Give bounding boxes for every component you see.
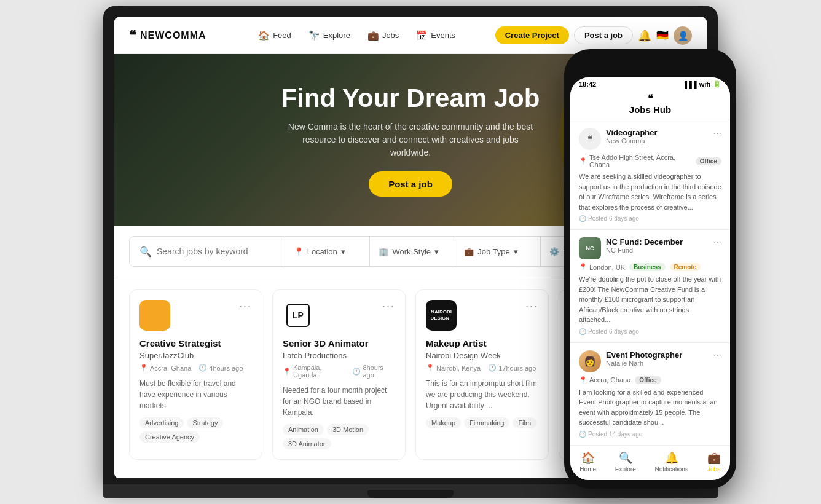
- job-meta: 📍Kampala, Uganda 🕐8hours ago: [283, 364, 395, 379]
- nav-jobs[interactable]: 💼 Jobs: [360, 26, 406, 45]
- job-type-chevron-icon: ▾: [514, 247, 518, 256]
- keyword-search-field[interactable]: 🔍: [130, 237, 285, 266]
- phone-company-name: Natalie Narh: [606, 360, 709, 367]
- phone-nav-label: Home: [579, 466, 596, 473]
- create-project-button[interactable]: Create Project: [495, 26, 569, 44]
- phone-nav-notifications[interactable]: 🔔 Notifications: [654, 451, 688, 473]
- logo[interactable]: ❝ NEWCOMMA: [129, 28, 206, 44]
- phone-job-description: We're doubling the pot to close off the …: [579, 274, 721, 325]
- job-type-filter[interactable]: 💼 Job Type ▾: [455, 237, 541, 266]
- phone-clock-icon: 🕐: [579, 328, 586, 335]
- jobs-icon: 💼: [367, 30, 379, 41]
- job-card[interactable]: NAIROBIDESIGN_ ··· Makeup Artist Nairobi…: [415, 289, 549, 460]
- company-name: Nairobi Design Week: [426, 351, 538, 360]
- company-logo: [139, 300, 170, 331]
- job-description: Must be flexible for travel and have exp…: [139, 378, 252, 411]
- phone-location-icon: 📍: [579, 157, 587, 165]
- location-chevron-icon: ▾: [341, 247, 345, 256]
- phone-job-location: 📍 Tse Addo High Street, Accra, GhanaOffi…: [579, 154, 721, 168]
- job-type-badge: Office: [696, 157, 721, 165]
- location-filter[interactable]: 📍 Location ▾: [285, 237, 371, 266]
- company-name: Latch Productions: [283, 351, 395, 360]
- nav-feed[interactable]: 🏠 Feed: [251, 26, 299, 45]
- phone-job-card[interactable]: ❝ Videographer New Comma ··· 📍 Tse Addo …: [570, 120, 730, 230]
- job-extra-badge: Remote: [670, 263, 701, 271]
- phone-job-title: Event Photographer: [606, 350, 709, 360]
- events-icon: 📅: [416, 30, 428, 41]
- post-job-nav-button[interactable]: Post a job: [574, 26, 633, 44]
- phone-job-list: ❝ Videographer New Comma ··· 📍 Tse Addo …: [570, 120, 730, 446]
- job-title: Senior 3D Animator: [283, 338, 395, 348]
- job-tags: MakeupFilmmakingFilm: [426, 417, 538, 428]
- phone-status-bar: 18:42 ▐▐▐ wifi 🔋: [570, 77, 730, 90]
- job-type-badge: Office: [635, 376, 661, 384]
- notification-bell-icon[interactable]: 🔔: [638, 29, 651, 42]
- phone-job-card[interactable]: 👩 Event Photographer Natalie Narh ··· 📍 …: [570, 343, 730, 446]
- work-style-chevron-icon: ▾: [434, 247, 439, 256]
- more-options-button[interactable]: ···: [525, 300, 538, 313]
- phone-more-button[interactable]: ···: [713, 237, 721, 248]
- phone-nav-icon: 🔍: [619, 451, 632, 465]
- phone-post-time: 🕐Posted 6 days ago: [579, 215, 721, 222]
- job-card[interactable]: ··· Creative Strategist SuperJazzClub 📍A…: [129, 289, 262, 460]
- signal-icon: ▐▐▐: [682, 81, 696, 88]
- job-tags: Animation3D Motion3D Animator: [283, 424, 395, 449]
- hero-post-job-button[interactable]: Post a job: [369, 171, 452, 197]
- nav-actions: Create Project Post a job 🔔 🇩🇪 👤: [495, 26, 692, 45]
- work-style-icon: 🏢: [379, 247, 388, 256]
- job-type-label: Job Type: [477, 247, 510, 256]
- search-input[interactable]: [157, 246, 275, 256]
- job-location: 📍Accra, Ghana: [139, 364, 191, 372]
- search-icon: 🔍: [139, 246, 152, 258]
- job-tag: 3D Animator: [283, 438, 331, 449]
- phone-avatar: ❝: [579, 128, 601, 150]
- avatar[interactable]: 👤: [674, 26, 692, 45]
- phone-shell: 18:42 ▐▐▐ wifi 🔋 ❝ Jobs Hub ❝ Videograp: [564, 49, 736, 489]
- job-tag: Filmmaking: [464, 417, 509, 428]
- phone-more-button[interactable]: ···: [713, 350, 721, 361]
- company-name: SuperJazzClub: [139, 351, 252, 360]
- job-tag: Strategy: [187, 417, 223, 428]
- phone-time: 18:42: [579, 81, 596, 88]
- job-tag: Makeup: [426, 417, 461, 428]
- phone-page-title: Jobs Hub: [579, 104, 721, 115]
- phone-nav-label: Notifications: [654, 466, 688, 473]
- card-header: LP ···: [283, 300, 395, 331]
- work-style-label: Work Style: [392, 247, 431, 256]
- phone-job-header: 👩 Event Photographer Natalie Narh ···: [579, 350, 721, 372]
- phone-nav-explore[interactable]: 🔍 Explore: [615, 451, 636, 473]
- phone-nav-jobs[interactable]: 💼 Jobs: [707, 451, 721, 473]
- nav-explore[interactable]: 🔭 Explore: [301, 26, 358, 45]
- more-options-button[interactable]: ···: [239, 300, 252, 313]
- phone-job-card[interactable]: NC NC Fund: December NC Fund ··· 📍 Londo…: [570, 230, 730, 343]
- phone-app-header: ❝ Jobs Hub: [570, 90, 730, 120]
- more-options-button[interactable]: ···: [382, 300, 395, 313]
- nav-explore-label: Explore: [323, 31, 350, 40]
- phone-avatar: 👩: [579, 350, 601, 372]
- phone-nav-home[interactable]: 🏠 Home: [579, 451, 596, 473]
- job-meta: 📍Accra, Ghana 🕐4hours ago: [139, 364, 252, 372]
- phone-clock-icon: 🕐: [579, 215, 586, 222]
- nav-events[interactable]: 📅 Events: [409, 26, 463, 45]
- phone-company-name: NC Fund: [606, 246, 709, 254]
- phone-post-time: 🕐Posted 6 days ago: [579, 328, 721, 335]
- job-card[interactable]: LP ··· Senior 3D Animator Latch Producti…: [272, 289, 406, 460]
- explore-icon: 🔭: [308, 30, 320, 41]
- job-title: Makeup Artist: [426, 338, 538, 348]
- clock-icon: 🕐: [198, 364, 207, 372]
- phone-location-icon: 📍: [579, 263, 587, 271]
- logo-text: NEWCOMMA: [140, 30, 206, 41]
- hero-subtitle: New Comma is the heart of the creative c…: [288, 120, 533, 159]
- nav-feed-label: Feed: [273, 31, 291, 40]
- phone-post-time: 🕐Posted 14 days ago: [579, 431, 721, 438]
- job-description: This is for an impromptu short film we a…: [426, 378, 538, 411]
- phone-more-button[interactable]: ···: [713, 128, 721, 139]
- phone-clock-icon: 🕐: [579, 431, 586, 438]
- job-tag: Film: [513, 417, 536, 428]
- location-icon: 📍: [294, 247, 304, 256]
- work-style-filter[interactable]: 🏢 Work Style ▾: [370, 237, 455, 266]
- phone-job-title: NC Fund: December: [606, 237, 709, 246]
- field-icon: ⚙️: [549, 247, 559, 256]
- phone-job-location: 📍 Accra, GhanaOffice: [579, 376, 721, 384]
- phone-job-description: We are seeking a skilled videographer to…: [579, 171, 721, 212]
